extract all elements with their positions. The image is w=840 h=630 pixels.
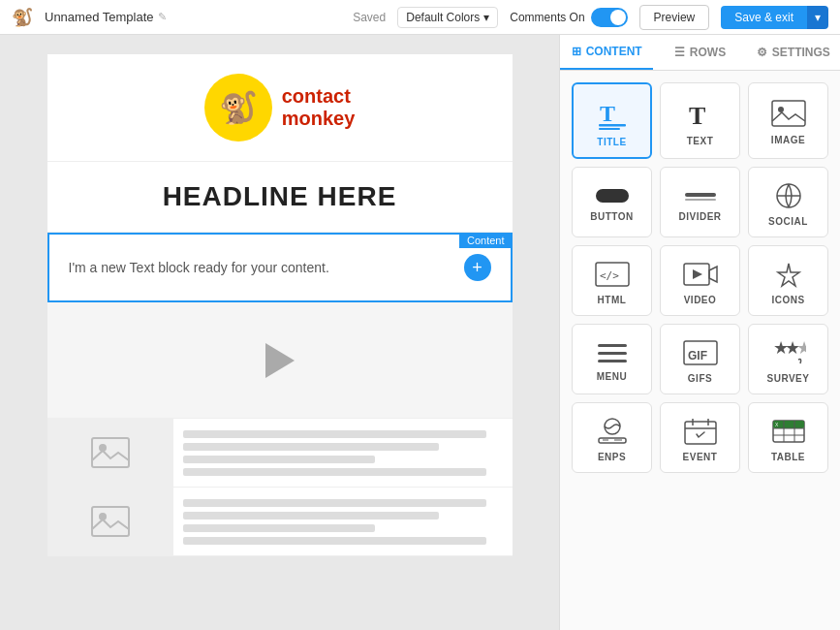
text-line [183, 499, 487, 507]
app-logo: 🐒 [12, 7, 33, 28]
save-exit-button[interactable]: Save & exit [721, 6, 807, 29]
content-tab-label: CONTENT [586, 45, 642, 58]
content-item-divider[interactable]: DIVIDER [660, 167, 740, 237]
edit-icon[interactable]: ✎ [158, 11, 167, 23]
enps-icon [595, 417, 630, 446]
svg-rect-10 [596, 189, 629, 203]
content-item-html[interactable]: </> HTML [572, 245, 652, 316]
image-placeholder-1 [47, 419, 173, 487]
svg-rect-8 [772, 101, 805, 126]
survey-label: SURVEY [767, 373, 810, 384]
tab-settings[interactable]: ⚙ SETTINGS [747, 35, 840, 70]
main-layout: 🐒 contact monkey HEADLINE HERE Content I… [0, 35, 840, 630]
title-label: TITLE [597, 137, 626, 147]
canvas-area: 🐒 contact monkey HEADLINE HERE Content I… [0, 35, 559, 630]
text-icon: T [683, 99, 718, 130]
add-block-button[interactable]: + [464, 254, 491, 281]
logo-text: contact monkey [282, 85, 356, 130]
text-lines-2 [173, 488, 513, 555]
email-template: 🐒 contact monkey HEADLINE HERE Content I… [47, 54, 513, 556]
settings-tab-icon: ⚙ [757, 46, 767, 59]
toggle-thumb [610, 10, 626, 25]
table-icon: X [771, 417, 806, 446]
svg-rect-29 [685, 422, 716, 444]
icons-label: ICONS [771, 295, 804, 305]
text-line [183, 468, 487, 476]
html-label: HTML [598, 295, 627, 305]
save-exit-group: Save & exit ▾ [721, 6, 828, 29]
svg-rect-12 [685, 199, 716, 201]
svg-text:T: T [600, 101, 615, 126]
content-item-survey[interactable]: ★ ★ ★ SURVEY [748, 324, 828, 394]
gifs-label: GIFS [688, 373, 712, 384]
svg-text:GIF: GIF [688, 349, 707, 362]
survey-icon: ★ ★ ★ [771, 338, 806, 367]
svg-point-9 [778, 107, 784, 112]
content-label: Content [459, 233, 513, 248]
comments-label: Comments On [510, 11, 584, 24]
event-icon [683, 417, 718, 446]
content-item-video[interactable]: VIDEO [660, 245, 740, 316]
icons-icon [771, 260, 806, 289]
preview-button[interactable]: Preview [639, 5, 710, 30]
content-item-title[interactable]: T TITLE [572, 82, 652, 159]
logo-monkey: monkey [282, 108, 356, 130]
content-item-table[interactable]: X TABLE [748, 402, 828, 473]
logo-monkey-icon: 🐒 [219, 89, 258, 126]
svg-rect-21 [598, 360, 627, 362]
svg-rect-11 [685, 193, 716, 197]
divider-label: DIVIDER [678, 211, 721, 222]
tab-content[interactable]: ⊞ CONTENT [560, 35, 653, 70]
svg-marker-18 [693, 269, 702, 279]
html-icon: </> [595, 260, 630, 289]
settings-tab-label: SETTINGS [772, 46, 830, 59]
email-image-row-2[interactable] [47, 488, 513, 556]
email-image-row-1[interactable] [47, 419, 513, 488]
image-label: IMAGE [771, 135, 805, 145]
content-item-image[interactable]: IMAGE [748, 82, 828, 159]
content-item-enps[interactable]: ENPS [572, 402, 652, 473]
email-headline-block[interactable]: HEADLINE HERE [47, 162, 513, 233]
email-header: 🐒 contact monkey [47, 54, 513, 162]
headline-text: HEADLINE HERE [67, 181, 493, 212]
logo-contact: contact [282, 85, 356, 108]
svg-rect-6 [599, 128, 620, 130]
tab-rows[interactable]: ☰ ROWS [653, 35, 746, 70]
content-tab-icon: ⊞ [572, 45, 581, 58]
chevron-down-icon: ▾ [483, 11, 489, 24]
save-exit-arrow-button[interactable]: ▾ [807, 6, 828, 29]
table-label: TABLE [771, 452, 805, 462]
divider-icon [683, 186, 718, 205]
rows-tab-label: ROWS [690, 46, 726, 59]
comments-toggle-area: Comments On [510, 8, 627, 27]
content-grid: T TITLE T TEXT IMAGE [560, 71, 840, 485]
menu-icon [595, 340, 630, 365]
social-label: SOCIAL [768, 216, 808, 227]
text-line [183, 512, 439, 520]
email-content-block[interactable]: I'm a new Text block ready for your cont… [47, 233, 513, 302]
svg-rect-5 [599, 124, 626, 127]
content-item-event[interactable]: EVENT [660, 402, 740, 473]
rows-tab-icon: ☰ [674, 46, 685, 59]
colors-dropdown[interactable]: Default Colors ▾ [397, 7, 498, 28]
content-block-wrapper: Content I'm a new Text block ready for y… [47, 233, 513, 302]
content-item-gifs[interactable]: GIF GIFS [660, 324, 740, 394]
email-video-block[interactable] [47, 302, 513, 419]
enps-label: ENPS [598, 452, 626, 462]
saved-status: Saved [353, 11, 386, 24]
menu-label: MENU [597, 371, 627, 382]
content-item-button[interactable]: BUTTON [572, 167, 652, 237]
video-label: VIDEO [684, 295, 717, 305]
social-icon [771, 181, 806, 210]
colors-label: Default Colors [406, 11, 480, 24]
comments-toggle[interactable] [591, 8, 628, 27]
topbar: 🐒 Unnamed Template ✎ Saved Default Color… [0, 0, 840, 35]
panel-tabs: ⊞ CONTENT ☰ ROWS ⚙ SETTINGS [560, 35, 840, 71]
svg-rect-0 [92, 438, 129, 467]
content-item-text[interactable]: T TEXT [660, 82, 740, 159]
text-line [183, 430, 487, 438]
content-item-menu[interactable]: MENU [572, 324, 652, 394]
content-item-icons[interactable]: ICONS [748, 245, 828, 316]
content-item-social[interactable]: SOCIAL [748, 167, 828, 237]
right-panel: ⊞ CONTENT ☰ ROWS ⚙ SETTINGS T TITLE [559, 35, 840, 630]
